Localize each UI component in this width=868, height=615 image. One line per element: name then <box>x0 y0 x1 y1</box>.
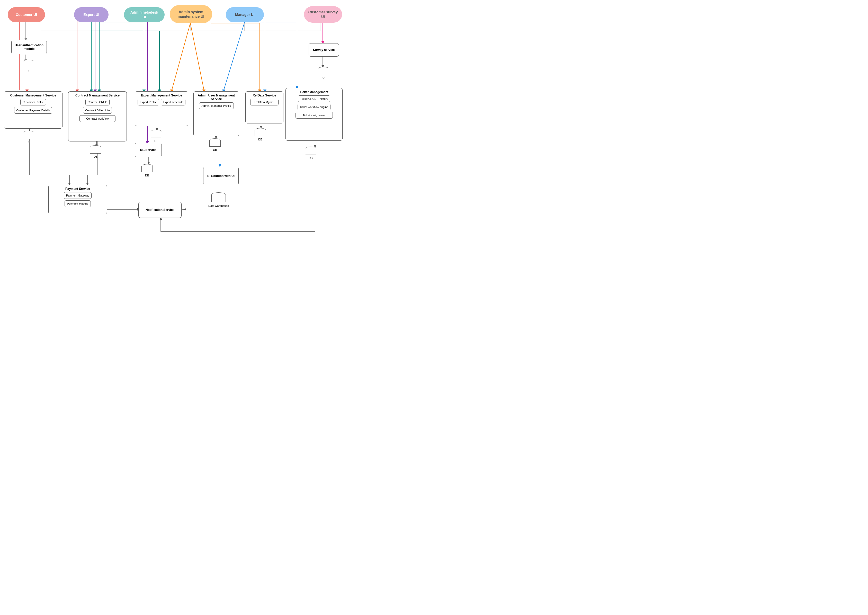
refdata-db: DB <box>255 128 266 141</box>
survey-db-label: DB <box>321 76 325 80</box>
data-warehouse-db: Data warehouse <box>208 192 229 207</box>
customer-ui-node[interactable]: Customer UI <box>8 7 45 22</box>
auth-db-label: DB <box>26 69 30 73</box>
customer-mgmt-title: Customer Management Service <box>10 94 56 97</box>
contract-db: DB <box>90 145 101 158</box>
admin-helpdesk-ui-node[interactable]: Admin helpdesk UI <box>124 7 165 22</box>
customer-profile-box: Customer Profile <box>20 99 46 105</box>
admin-db-label: DB <box>213 148 217 151</box>
expert-mgmt-box: Expert Management Service Expert Profile… <box>135 91 188 126</box>
kb-db: DB <box>142 164 153 177</box>
kb-db-label: DB <box>145 174 149 177</box>
contract-billing-box: Contract Billing info <box>83 107 112 114</box>
ticket-mgmt-title: Ticket Management <box>300 90 328 94</box>
ticket-workflow-box: Ticket workflow engine <box>298 104 331 110</box>
expert-schedule-box: Expert schedule <box>161 99 186 105</box>
auth-module-label: User authentication module <box>14 44 45 51</box>
auth-module-box: User authentication module <box>11 40 47 54</box>
payment-gateway-box: Payment Gateway <box>64 192 92 199</box>
expert-ui-node[interactable]: Expert UI <box>74 7 109 22</box>
admin-user-mgmt-box: Admin User Management Service Admin/ Man… <box>193 91 239 136</box>
customer-mgmt-box: Customer Management Service Customer Pro… <box>4 91 62 129</box>
expert-db: DB <box>151 130 162 142</box>
payment-service-title: Payment Service <box>65 187 90 190</box>
survey-ui-node[interactable]: Customer survey UI <box>304 6 342 23</box>
admin-system-ui-node[interactable]: Admin system maintenance UI <box>170 5 212 23</box>
data-warehouse-label: Data warehouse <box>208 204 229 207</box>
manager-ui-node[interactable]: Manager UI <box>226 7 264 22</box>
contract-workflow-box: Contract workflow <box>79 115 115 122</box>
ticket-assignment-box: Ticket assignment <box>296 112 333 119</box>
auth-db: DB <box>23 60 34 73</box>
survey-service-label: Survey service <box>313 48 335 52</box>
kb-service-label: KB Service <box>140 148 156 152</box>
admin-db: DB <box>209 138 221 151</box>
customer-db-label: DB <box>26 140 30 144</box>
ticket-mgmt-box: Ticket Management Ticket CRUD + history … <box>285 88 343 141</box>
expert-db-label: DB <box>154 139 158 142</box>
contract-mgmt-box: Contract Management Service Contract CRU… <box>68 91 127 142</box>
refdata-service-box: RefData Service RefData Mgmnt <box>245 91 284 123</box>
expert-profile-box: Expert Profile <box>137 99 159 105</box>
contract-mgmt-title: Contract Management Service <box>75 94 120 97</box>
admin-user-mgmt-title: Admin User Management Service <box>196 94 237 101</box>
ticket-crud-box: Ticket CRUD + history <box>298 95 330 102</box>
notification-service-box: Notification Service <box>139 202 182 218</box>
payment-service-box: Payment Service Payment Gateway Payment … <box>48 185 107 214</box>
kb-service-box: KB Service <box>135 143 162 157</box>
ticket-db: DB <box>305 147 316 159</box>
expert-mgmt-title: Expert Management Service <box>141 94 182 97</box>
refdata-service-title: RefData Service <box>252 94 276 97</box>
customer-payment-box: Customer Payment Details <box>14 107 53 114</box>
architecture-diagram: Customer UI Expert UI Admin helpdesk UI … <box>0 0 347 246</box>
customer-db: DB <box>23 131 34 144</box>
notification-service-label: Notification Service <box>146 208 175 212</box>
survey-service-box: Survey service <box>309 43 339 56</box>
ticket-db-label: DB <box>309 156 312 159</box>
contract-crud-box: Contract CRUD <box>86 99 109 105</box>
refdata-db-label: DB <box>258 138 262 141</box>
admin-manager-profile-box: Admin/ Manager Profile <box>199 102 234 109</box>
payment-method-box: Payment Method <box>65 200 90 207</box>
bi-solution-box: BI Solution with UI <box>203 167 238 185</box>
contract-db-label: DB <box>94 155 97 158</box>
bi-solution-label: BI Solution with UI <box>207 174 235 178</box>
refdata-mgmt-box: RefData Mgmnt <box>250 99 279 105</box>
survey-db: DB <box>318 67 329 80</box>
